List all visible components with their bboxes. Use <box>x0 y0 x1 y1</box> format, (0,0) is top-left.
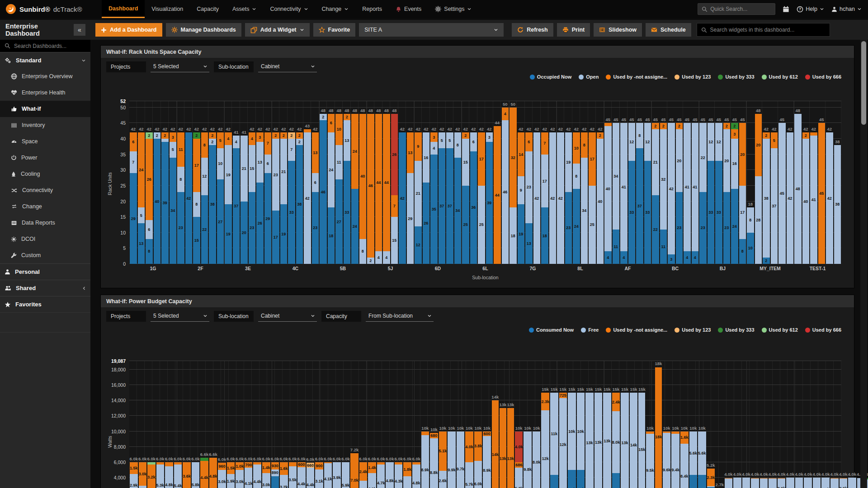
favorite-button[interactable]: Favorite <box>313 23 356 37</box>
widget-search-input[interactable]: Search widgets in this dashboard... <box>697 23 830 37</box>
sidebar-item-change[interactable]: Change <box>0 198 90 215</box>
bar-segment-value: 5.3k <box>156 483 165 488</box>
sidebar-item-custom[interactable]: Custom <box>0 247 90 263</box>
nav-item-label: Settings <box>444 6 464 12</box>
sidebar-item-enterprise-health[interactable]: Enterprise Health <box>0 84 90 101</box>
bar-segment-value: 36 <box>471 205 476 210</box>
nav-item-dashboard[interactable]: Dashboard <box>102 0 145 18</box>
legend-item[interactable]: Used by 123 <box>675 327 711 333</box>
legend-item[interactable]: Used by 666 <box>805 327 841 333</box>
legend-item[interactable]: Occupied Now <box>530 74 571 80</box>
bar-segment-or: 2 <box>296 132 303 139</box>
nav-item-assets[interactable]: Assets <box>226 0 264 18</box>
bar-segment-o: 1.9k <box>227 474 235 488</box>
bar-segment-value: 1.4k <box>262 465 270 470</box>
bar-segment-value: 700 <box>245 463 252 467</box>
bar-segment-o: 5.9k <box>342 462 350 488</box>
bar-segment-value: 5.6k <box>698 451 706 455</box>
nav-item-settings[interactable]: Settings <box>428 0 478 18</box>
bar-segment-o: 46 <box>502 120 509 264</box>
sidebar-item-power[interactable]: Power <box>0 150 90 166</box>
legend-item[interactable]: Used by -not assigne... <box>606 74 667 80</box>
filter-select-projects[interactable]: 5 Selected <box>151 61 209 72</box>
nav-item-capacity[interactable]: Capacity <box>190 0 226 18</box>
sidebar-item-dcoi[interactable]: DCOI <box>0 231 90 247</box>
legend-item[interactable]: Used by 333 <box>718 74 754 80</box>
legend-item[interactable]: Open <box>579 74 599 80</box>
legend-item[interactable]: Used by -not assigne... <box>606 327 667 333</box>
add-a-dashboard-button[interactable]: Add a Dashboard <box>95 23 162 37</box>
legend-item[interactable]: Free <box>581 327 599 333</box>
manage-dashboards-button[interactable]: Manage Dashboards <box>166 23 241 37</box>
bar: 3.9k1.8k6.0k <box>403 361 411 488</box>
bar-segment-b: 8 <box>146 239 153 264</box>
bar-segment-value: 4 <box>385 255 387 260</box>
y-tick-label: 19,087 <box>111 358 126 364</box>
filter-select-capacity[interactable]: From Sub-location <box>366 311 434 322</box>
sidebar-item-what-if[interactable]: What-if <box>0 101 90 117</box>
bar-segment-value: 11 <box>661 244 665 249</box>
sidebar-section-personal[interactable]: Personal <box>0 263 90 280</box>
sidebar-item-enterprise-overview[interactable]: Enterprise Overview <box>0 68 90 84</box>
bar-segment-o: 17 <box>739 186 746 239</box>
filter-select-sub-location[interactable]: Cabinet <box>258 61 317 72</box>
nav-item-reports[interactable]: Reports <box>355 0 389 18</box>
refresh-button[interactable]: Refresh <box>512 23 553 37</box>
brand[interactable]: Sunbird® dcTrack® <box>0 0 102 18</box>
sidebar-item-space[interactable]: Space <box>0 133 90 150</box>
calendar-button[interactable] <box>783 6 789 13</box>
bar-segment-value: 19 <box>226 173 231 177</box>
help-menu[interactable]: ? Help <box>797 6 824 13</box>
filter-select-projects[interactable]: 5 Selected <box>151 311 209 322</box>
nav-item-visualization[interactable]: Visualization <box>145 0 190 18</box>
droplet-icon <box>11 171 16 177</box>
sidebar-item-inventory[interactable]: Inventory <box>0 117 90 133</box>
nav-item-events[interactable]: Events <box>389 0 428 18</box>
bar-segment-or: 10 <box>573 132 580 164</box>
bar: 1.3k4.4k6.6k <box>200 361 208 488</box>
x-axis-label: Sub-location <box>129 275 841 280</box>
bar: 3.9k4.0k <box>742 361 750 488</box>
add-a-widget-button[interactable]: Add a Widget <box>245 23 310 37</box>
schedule-button[interactable]: Schedule <box>646 23 691 37</box>
legend-item[interactable]: Consumed Now <box>529 327 574 333</box>
sidebar-item-connectivity[interactable]: Connectivity <box>0 182 90 198</box>
bar-segment-value: 1.5k <box>130 466 138 470</box>
user-menu[interactable]: hchan <box>831 6 862 12</box>
filter-select-sub-location[interactable]: Cabinet <box>258 311 317 322</box>
vertical-scrollbar[interactable] <box>860 40 867 488</box>
nav-item-change[interactable]: Change <box>315 0 356 18</box>
legend-item[interactable]: Used by 123 <box>675 74 711 80</box>
quick-search-input[interactable]: Quick Search... <box>698 3 775 15</box>
slideshow-button[interactable]: Slideshow <box>594 23 642 37</box>
site-select[interactable]: SITE A <box>359 23 504 37</box>
sidebar-section-standard[interactable]: Standard <box>0 52 90 68</box>
scrollbar-thumb[interactable] <box>861 41 866 125</box>
sidebar-search-input[interactable]: Search Dashboards... <box>0 40 90 52</box>
sidebar-collapse-button[interactable]: « <box>74 24 85 36</box>
bar-segment-o: 9 <box>518 176 525 204</box>
bar-segment-o: 6 <box>264 155 272 174</box>
sidebar-section-favorites[interactable]: Favorites <box>0 296 90 312</box>
legend-item[interactable]: Used by 612 <box>762 74 798 80</box>
bar-segment-o: 38 <box>834 145 841 264</box>
sidebar-item-data-reports[interactable]: Data Reports <box>0 215 90 231</box>
bar-segment-value: 41 <box>811 197 816 202</box>
legend-item[interactable]: Used by 333 <box>718 327 754 333</box>
sidebar-section-shared[interactable]: Shared <box>0 280 90 296</box>
bar-segment-o: 3.9k <box>742 478 750 488</box>
bar-segment-value: 16 <box>732 161 737 166</box>
bar-segment-value: 4 <box>694 255 696 260</box>
legend-item[interactable]: Used by 666 <box>805 74 841 80</box>
legend-item[interactable]: Used by 612 <box>762 327 798 333</box>
print-button[interactable]: Print <box>557 23 590 37</box>
bar-segment-b: 23 <box>565 192 572 264</box>
sidebar-item-cooling[interactable]: Cooling <box>0 166 90 182</box>
legend-label: Used by -not assigne... <box>613 327 667 333</box>
bar: 4545 <box>818 101 826 264</box>
nav-item-connectivity[interactable]: Connectivity <box>263 0 315 18</box>
settings-gear-icon <box>435 6 441 12</box>
bar-segment-value: 2.3k <box>541 399 549 404</box>
bar-segment-o: 13k <box>621 393 629 488</box>
bar-segment-o: 9.4k <box>671 434 679 488</box>
